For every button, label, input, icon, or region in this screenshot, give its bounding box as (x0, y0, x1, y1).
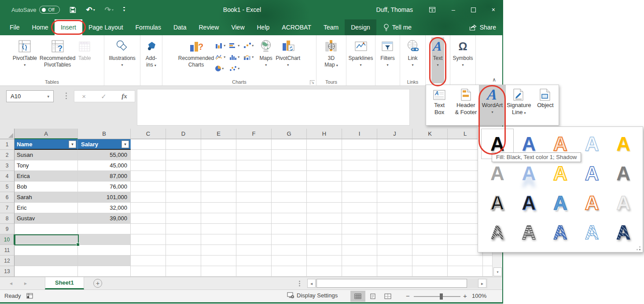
page-break-view-button[interactable] (380, 291, 395, 302)
recommended-pivottables-button[interactable]: ? Recommended PivotTables (38, 37, 77, 68)
wordart-style-tile[interactable]: A (482, 218, 513, 247)
collapse-ribbon-button[interactable]: ∧ (492, 77, 496, 83)
filter-button[interactable]: ▾ (121, 141, 129, 148)
tab-file[interactable]: File (4, 19, 26, 35)
bar-chart-button[interactable]: ▾ (229, 41, 243, 51)
waterfall-chart-button[interactable]: ▾ (243, 41, 258, 51)
close-button[interactable]: × (484, 0, 503, 19)
autosave-toggle[interactable]: Off (39, 6, 60, 14)
display-settings-button[interactable]: Display Settings (287, 292, 338, 299)
cancel-button[interactable]: × (82, 93, 86, 100)
cell[interactable]: 32,000 (78, 203, 131, 213)
object-menu-item[interactable]: Object (532, 85, 559, 125)
wordart-style-tile[interactable]: A (576, 188, 608, 218)
row-header[interactable]: 5 (0, 182, 15, 192)
new-sheet-button[interactable]: + (93, 279, 102, 288)
zoom-slider-track[interactable] (414, 296, 460, 297)
select-all-button[interactable] (0, 129, 15, 139)
cell[interactable]: Eric (15, 203, 78, 213)
cell[interactable]: 39,000 (78, 213, 131, 224)
autosave-control[interactable]: AutoSave Off (11, 6, 60, 14)
page-layout-view-button[interactable] (365, 291, 380, 302)
column-header[interactable]: G (272, 129, 307, 139)
tell-me-box[interactable]: Tell me (376, 19, 419, 35)
wordart-style-tile[interactable]: A (607, 188, 639, 218)
wordart-menu-item[interactable]: A WordArt ▾ (479, 85, 505, 125)
column-header[interactable]: C (131, 129, 166, 139)
row-header[interactable]: 8 (0, 213, 15, 224)
zoom-in-button[interactable]: + (463, 292, 467, 300)
insert-function-button[interactable]: fx (121, 93, 127, 100)
column-header-b[interactable]: B (78, 129, 131, 139)
row-header[interactable]: 6 (0, 192, 15, 203)
wordart-style-tile[interactable]: A (513, 188, 545, 218)
row-header[interactable]: 9 (0, 224, 15, 234)
zoom-out-button[interactable]: − (406, 292, 410, 300)
scatter-chart-button[interactable]: ▾ (229, 63, 243, 74)
tab-data[interactable]: Data (167, 19, 193, 35)
tab-formulas[interactable]: Formulas (129, 19, 167, 35)
cell-name-header[interactable]: Name▾ (15, 139, 78, 150)
wordart-style-tile[interactable]: A (607, 129, 639, 159)
column-header-a[interactable]: A (15, 129, 78, 139)
name-box[interactable]: A10 ▾ (6, 90, 54, 102)
filter-button[interactable]: ▾ (69, 141, 76, 148)
next-sheet-button[interactable]: ▸ (24, 277, 27, 289)
row-header[interactable]: 4 (0, 171, 15, 182)
signature-line-menu-item[interactable]: Signature Line▾ (506, 85, 532, 125)
undo-button[interactable]: ↶▾ (86, 6, 95, 14)
column-header[interactable]: F (236, 129, 272, 139)
wordart-style-tile[interactable]: A (545, 218, 576, 247)
cell[interactable]: 45,000 (78, 160, 131, 171)
cell[interactable]: 76,000 (78, 182, 131, 192)
row-header[interactable]: 7 (0, 203, 15, 213)
redo-button[interactable]: ↷▾ (105, 6, 114, 14)
cell[interactable]: 101,000 (78, 192, 131, 203)
column-header[interactable]: K (412, 129, 448, 139)
tab-team[interactable]: Team (317, 19, 345, 35)
sheet-tab-sheet1[interactable]: Sheet1 (45, 277, 84, 289)
previous-sheet-button[interactable]: ◂ (10, 277, 12, 289)
column-header[interactable]: J (377, 129, 412, 139)
cell[interactable]: Sarah (15, 192, 78, 203)
macro-record-button[interactable] (26, 293, 33, 300)
normal-view-button[interactable] (350, 291, 365, 302)
symbols-button[interactable]: Ω Symbols ▾ (451, 37, 474, 67)
filters-button[interactable]: Filters ▾ (379, 37, 396, 67)
empty-cells-ab[interactable] (15, 224, 131, 277)
scrollbar-divider[interactable] (299, 281, 300, 282)
wordart-style-tile[interactable]: A (513, 218, 545, 247)
recommended-charts-button[interactable]: ? Recommended Charts (177, 37, 215, 68)
save-button[interactable] (70, 7, 76, 13)
tab-review[interactable]: Review (193, 19, 225, 35)
tab-design[interactable]: Design (345, 19, 376, 35)
header-footer-menu-item[interactable]: Header & Footer (453, 85, 479, 125)
cell-salary-header[interactable]: Salary▾ (78, 139, 131, 150)
tab-view[interactable]: View (225, 19, 250, 35)
zoom-slider-thumb[interactable] (440, 293, 443, 300)
text-box-menu-item[interactable]: A Text Box (426, 85, 453, 125)
empty-cells[interactable] (131, 139, 492, 277)
link-button[interactable]: Link ▾ (405, 37, 421, 67)
active-cell-selection[interactable] (15, 234, 79, 245)
maximize-button[interactable] (463, 0, 484, 19)
wordart-style-tile[interactable]: A (513, 159, 545, 188)
row-header[interactable]: 1 (0, 139, 15, 150)
wordart-style-tile[interactable]: A (482, 188, 513, 218)
pivotchart-button[interactable]: PivotChart ▾ (274, 37, 302, 67)
scroll-down-button[interactable]: ▾ (493, 267, 502, 276)
row-header[interactable]: 3 (0, 160, 15, 171)
3d-map-button[interactable]: 3D Map▾ (323, 37, 340, 69)
line-chart-button[interactable]: ▾ (215, 52, 229, 62)
ribbon-display-options-button[interactable] (421, 0, 444, 19)
sparklines-button[interactable]: Sparklines ▾ (347, 37, 374, 67)
row-header[interactable]: 11 (0, 245, 15, 256)
wordart-style-tile[interactable]: A (607, 218, 639, 247)
wordart-style-tile[interactable]: A (482, 159, 513, 188)
row-header[interactable]: 2 (0, 150, 15, 160)
column-chart-button[interactable]: ▾ (215, 41, 229, 51)
tab-page-layout[interactable]: Page Layout (82, 19, 129, 35)
pivottable-button[interactable]: PivotTable ▾ (11, 37, 38, 67)
column-header[interactable]: D (166, 129, 201, 139)
wordart-style-tile[interactable]: A (576, 159, 608, 188)
